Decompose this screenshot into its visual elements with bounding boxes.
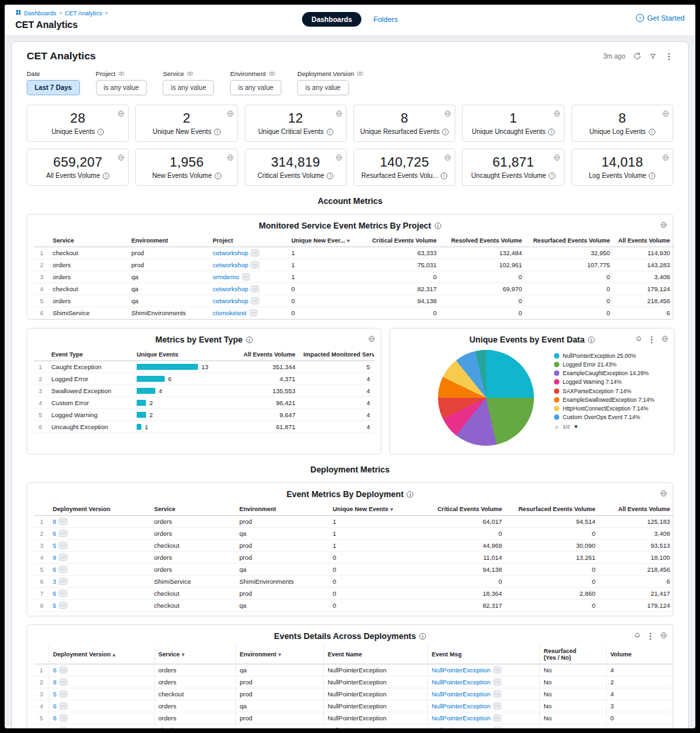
globe-icon[interactable] [227, 108, 234, 120]
cell-link[interactable]: 5 [53, 602, 56, 609]
more-options-icon[interactable]: ··· [59, 542, 67, 549]
column-header[interactable]: Event Msg [427, 645, 539, 664]
more-options-icon[interactable]: ··· [59, 702, 68, 710]
column-header[interactable]: Resurfaced Events Volume [506, 503, 599, 516]
cell-link[interactable]: NullPointerException [432, 702, 491, 710]
globe-icon[interactable] [662, 108, 669, 120]
more-options-icon[interactable]: ··· [59, 726, 68, 728]
cell-link[interactable]: ctsmoketest [213, 309, 247, 317]
more-options-icon[interactable]: ··· [493, 714, 502, 722]
column-header[interactable]: Environment [127, 235, 209, 247]
bar-segment[interactable] [137, 364, 198, 370]
globe-icon[interactable] [660, 630, 667, 642]
tab-dashboards[interactable]: Dashboards [302, 12, 361, 27]
column-header[interactable]: All Events Volume [599, 503, 674, 516]
cell-link[interactable]: cetworkshop [213, 297, 248, 305]
globe-icon[interactable] [660, 488, 667, 500]
more-options-icon[interactable]: ··· [59, 554, 67, 561]
cell-link[interactable]: cetworkshop [213, 285, 248, 293]
cell-link[interactable]: 5 [53, 690, 57, 698]
info-icon[interactable]: i [327, 173, 333, 179]
kebab-menu-icon[interactable]: ⋮ [665, 52, 673, 61]
globe-icon[interactable] [660, 219, 667, 231]
bell-icon[interactable] [634, 630, 641, 642]
globe-icon[interactable] [444, 108, 451, 120]
more-options-icon[interactable]: ··· [59, 690, 68, 698]
more-options-icon[interactable]: ··· [59, 714, 68, 722]
column-header[interactable]: Project [209, 235, 287, 247]
column-header[interactable]: Unique New Events▾ [329, 503, 415, 516]
breadcrumb-cet-analytics[interactable]: CET Analytics [65, 10, 102, 17]
legend-item[interactable]: Custom OverOps Event 7.14% [554, 414, 669, 421]
info-icon[interactable]: i [435, 223, 441, 229]
more-options-icon[interactable]: ··· [59, 678, 68, 686]
more-options-icon[interactable]: ··· [59, 602, 67, 609]
more-options-icon[interactable]: ··· [493, 702, 502, 710]
filter-value-environment[interactable]: is any value [230, 80, 281, 95]
info-icon[interactable]: i [419, 633, 426, 640]
more-options-icon[interactable]: ··· [59, 666, 68, 674]
cell-link[interactable]: 6 [53, 530, 56, 537]
globe-icon[interactable] [227, 152, 234, 164]
more-options-icon[interactable]: ··· [251, 285, 259, 293]
globe-icon[interactable] [662, 152, 669, 164]
cell-link[interactable]: 8 [53, 678, 57, 686]
more-options-icon[interactable]: ··· [242, 273, 251, 281]
filter-icon[interactable] [649, 53, 657, 60]
legend-page-up-icon[interactable]: ▲ [554, 424, 559, 430]
column-header[interactable]: Critical Events Volume [415, 503, 506, 516]
filter-value-date[interactable]: Last 7 Days [27, 80, 80, 95]
cell-link[interactable]: NullPointerException [432, 726, 491, 728]
sort-desc-icon[interactable]: ▾ [347, 238, 350, 244]
more-options-icon[interactable]: ··· [59, 566, 67, 573]
globe-icon[interactable] [335, 108, 343, 120]
cell-link[interactable]: srmdemo [213, 273, 239, 281]
bell-icon[interactable] [635, 333, 642, 345]
more-options-icon[interactable]: ··· [251, 249, 259, 257]
cell-link[interactable]: 8 [53, 518, 56, 525]
bar-segment[interactable] [137, 400, 146, 406]
kebab-menu-icon[interactable]: ⋮ [646, 632, 655, 640]
more-options-icon[interactable]: ··· [249, 309, 258, 317]
info-icon[interactable]: i [214, 129, 221, 135]
info-icon[interactable]: i [442, 129, 449, 135]
cell-link[interactable]: NullPointerException [432, 666, 491, 674]
cell-link[interactable]: NullPointerException [432, 690, 491, 698]
globe-icon[interactable] [661, 333, 669, 345]
info-icon[interactable]: i [327, 129, 333, 135]
cell-link[interactable]: 6 [53, 702, 57, 710]
more-options-icon[interactable]: ··· [59, 530, 67, 537]
column-header[interactable]: Impacted Monitored Services [299, 349, 374, 361]
info-icon[interactable]: i [215, 173, 221, 179]
legend-item[interactable]: NullPointerException 25.00% [554, 353, 669, 360]
pie-chart[interactable] [438, 350, 534, 446]
globe-icon[interactable] [553, 108, 561, 120]
sort-desc-icon[interactable]: ▾ [182, 652, 185, 658]
column-header[interactable]: Unique New Ever...▾ [287, 235, 359, 247]
info-icon[interactable]: i [441, 173, 447, 179]
sort-desc-icon[interactable]: ▾ [391, 506, 393, 512]
column-header[interactable]: All Events Volume [233, 349, 299, 361]
sort-desc-icon[interactable]: ▾ [279, 652, 281, 658]
tab-folders[interactable]: Folders [373, 15, 398, 23]
more-options-icon[interactable]: ··· [493, 678, 502, 686]
info-icon[interactable]: i [97, 129, 104, 135]
column-header[interactable]: Resolved Events Volume [441, 235, 526, 247]
legend-item[interactable]: Logged Error 21.43% [554, 361, 669, 368]
info-icon[interactable]: i [103, 173, 109, 179]
column-header[interactable]: Service [150, 503, 235, 516]
info-icon[interactable]: i [246, 337, 253, 343]
column-header[interactable]: Environment [235, 503, 329, 516]
refresh-icon[interactable] [633, 52, 641, 60]
more-options-icon[interactable]: ··· [251, 297, 259, 305]
cell-link[interactable]: 5 [53, 726, 57, 728]
cell-link[interactable]: 3 [53, 578, 56, 585]
globe-icon[interactable] [117, 152, 125, 164]
column-header[interactable]: Event Type [47, 349, 133, 361]
bar-segment[interactable] [137, 376, 165, 382]
cell-link[interactable]: 6 [53, 666, 57, 674]
info-icon[interactable]: i [407, 491, 413, 498]
more-options-icon[interactable]: ··· [493, 726, 502, 728]
info-icon[interactable]: i [549, 173, 555, 179]
column-header[interactable]: All Events Volume [614, 235, 674, 247]
